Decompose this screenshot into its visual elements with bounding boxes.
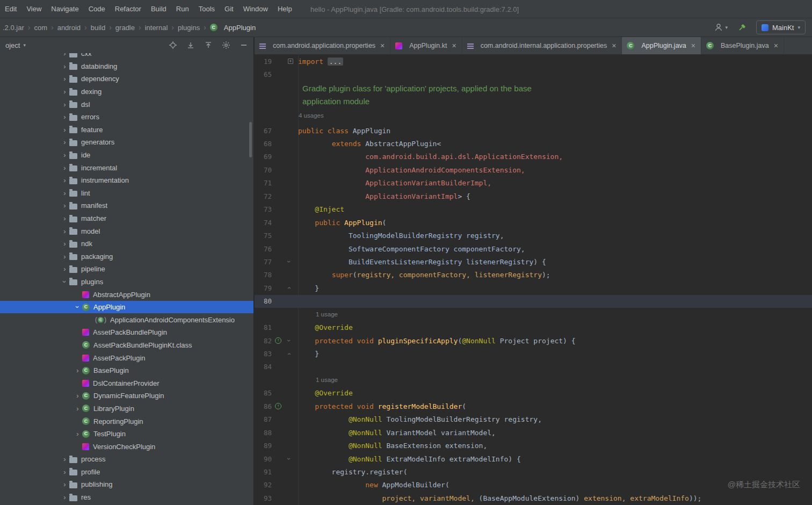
tree-item-dynamicfeatureplugin[interactable]: ›CDynamicFeaturePlugin	[0, 389, 253, 402]
line-number[interactable]: 89	[264, 439, 272, 452]
tree-item-abstractappplugin[interactable]: AbstractAppPlugin	[0, 288, 253, 301]
collapse-all-icon[interactable]	[204, 41, 213, 49]
settings-gear-icon[interactable]	[222, 41, 230, 49]
overriding-method-icon[interactable]: ↑	[275, 403, 281, 409]
line-number[interactable]: 77	[264, 255, 272, 268]
code-line-65[interactable]: 65	[255, 68, 812, 81]
code-line-89[interactable]: 89 @NonNull BaseExtension extension,	[255, 439, 812, 452]
breadcrumb-item-plugins[interactable]: plugins	[176, 23, 201, 33]
chevron-collapsed-icon[interactable]: ›	[60, 53, 69, 57]
code-line-69[interactable]: 69 com.android.build.api.dsl.Application…	[255, 150, 812, 163]
chevron-collapsed-icon[interactable]: ›	[73, 366, 82, 374]
line-number[interactable]: 67	[264, 124, 272, 137]
gutter[interactable]: 78	[255, 269, 298, 282]
line-number[interactable]: 71	[264, 177, 272, 190]
tree-item-applicationandroidcomponentsextensio[interactable]: (C)ApplicationAndroidComponentsExtensio	[0, 313, 253, 326]
editor-tab-appplugin-java[interactable]: CAppPlugin.java×	[622, 37, 701, 54]
chevron-collapsed-icon[interactable]: ›	[60, 113, 69, 121]
editor-tab-appplugin-kt[interactable]: AppPlugin.kt×	[390, 37, 462, 54]
chevron-collapsed-icon[interactable]: ›	[60, 75, 69, 83]
line-number[interactable]: 92	[264, 479, 272, 492]
chevron-collapsed-icon[interactable]: ›	[60, 100, 69, 109]
editor-tab-baseplugin-java[interactable]: CBasePlugin.java×	[701, 37, 784, 54]
gutter[interactable]	[255, 308, 298, 321]
breadcrumb-item-2-0-jar[interactable]: .2.0.jar	[1, 23, 26, 33]
line-number[interactable]: 65	[264, 68, 272, 81]
tree-item-reportingplugin[interactable]: CReportingPlugin	[0, 415, 253, 428]
gutter[interactable]: 86↑	[255, 400, 298, 413]
menu-item-view[interactable]: View	[21, 3, 46, 15]
code-line-88[interactable]: 88 @NonNull VariantModel variantModel,	[255, 426, 812, 439]
code-line[interactable]: 4 usages	[255, 107, 812, 124]
tree-item-errors[interactable]: ›errors	[0, 111, 253, 124]
editor-tab-com-android-application-properties[interactable]: com.android.application.properties×	[255, 37, 390, 54]
gutter[interactable]: 84	[255, 360, 298, 373]
chevron-collapsed-icon[interactable]: ›	[60, 480, 69, 488]
gutter[interactable]: 82↑›	[255, 334, 298, 347]
code-line-81[interactable]: 81 @Override	[255, 321, 812, 334]
code-line-75[interactable]: 75 ToolingModelBuilderRegistry registry,	[255, 229, 812, 242]
breadcrumb-item-gradle[interactable]: gradle	[114, 23, 136, 33]
chevron-down-icon[interactable]: ▾	[23, 42, 26, 48]
menu-item-build[interactable]: Build	[146, 3, 171, 15]
line-number[interactable]: 93	[264, 492, 272, 504]
tree-item-matcher[interactable]: ›matcher	[0, 212, 253, 225]
line-number[interactable]: 83	[264, 347, 272, 360]
expand-all-icon[interactable]	[186, 41, 195, 49]
menu-item-help[interactable]: Help	[273, 3, 297, 15]
line-number[interactable]: 68	[264, 137, 272, 150]
tab-close-icon[interactable]: ×	[691, 42, 695, 49]
gutter[interactable]: 85	[255, 387, 298, 400]
line-number[interactable]: 75	[264, 229, 272, 242]
code-line-73[interactable]: 73 @Inject	[255, 203, 812, 216]
code-editor[interactable]: 19+import ...65Gradle plugin class for '…	[255, 55, 812, 505]
line-number[interactable]: 76	[264, 242, 272, 255]
gutter[interactable]: 87	[255, 413, 298, 426]
tree-item-dslcontainerprovider[interactable]: DslContainerProvider	[0, 377, 253, 389]
code-line[interactable]: 1 usage	[255, 373, 812, 386]
tree-item-cxx[interactable]: ›cxx	[0, 53, 253, 60]
tree-item-ndk[interactable]: ›ndk	[0, 237, 253, 250]
code-line-79[interactable]: 79› }	[255, 282, 812, 294]
tree-item-plugins[interactable]: ›plugins	[0, 276, 253, 288]
line-number[interactable]: 82	[264, 334, 272, 347]
code-line-74[interactable]: 74 public AppPlugin(	[255, 216, 812, 229]
code-line-85[interactable]: 85 @Override	[255, 387, 812, 400]
chevron-collapsed-icon[interactable]: ›	[60, 493, 69, 501]
gutter[interactable]: 79›	[255, 282, 298, 294]
tree-item-generators[interactable]: ›generators	[0, 136, 253, 149]
code-line-68[interactable]: 68 extends AbstractAppPlugin<	[255, 137, 812, 150]
editor-tab-com-android-internal-application-properties[interactable]: com.android.internal.application.propert…	[462, 37, 622, 54]
tree-item-pipeline[interactable]: ›pipeline	[0, 263, 253, 276]
code-line-76[interactable]: 76 SoftwareComponentFactory componentFac…	[255, 242, 812, 255]
code-line[interactable]: 1 usage	[255, 308, 812, 321]
menu-item-navigate[interactable]: Navigate	[46, 3, 83, 15]
gutter[interactable]: 76	[255, 242, 298, 255]
gutter[interactable]: 65	[255, 68, 298, 81]
menu-item-run[interactable]: Run	[171, 3, 194, 15]
build-hammer-icon[interactable]	[737, 23, 746, 32]
tree-item-ide[interactable]: ›ide	[0, 149, 253, 162]
code-line-86[interactable]: 86↑ protected void registerModelBuilder(	[255, 400, 812, 413]
project-pane-title[interactable]: oject	[5, 41, 20, 49]
chevron-collapsed-icon[interactable]: ›	[73, 392, 82, 400]
code-line-87[interactable]: 87 @NonNull ToolingModelBuilderRegistry …	[255, 413, 812, 426]
tab-close-icon[interactable]: ×	[380, 42, 385, 49]
code-line-72[interactable]: 72 ApplicationVariantImpl> {	[255, 190, 812, 203]
line-number[interactable]: 74	[264, 216, 272, 229]
gutter[interactable]: 70	[255, 163, 298, 176]
chevron-collapsed-icon[interactable]: ›	[60, 164, 69, 172]
tree-item-publishing[interactable]: ›publishing	[0, 478, 253, 491]
tree-item-dependency[interactable]: ›dependency	[0, 73, 253, 85]
tree-item-feature[interactable]: ›feature	[0, 124, 253, 136]
code-line-77[interactable]: 77› BuildEventsListenerRegistry listener…	[255, 255, 812, 268]
fold-marker-icon[interactable]: ›	[286, 458, 292, 460]
chevron-collapsed-icon[interactable]: ›	[73, 405, 82, 413]
gutter[interactable]: 69	[255, 150, 298, 163]
chevron-collapsed-icon[interactable]: ›	[60, 62, 69, 70]
tree-item-baseplugin[interactable]: ›CBasePlugin	[0, 364, 253, 377]
overriding-method-icon[interactable]: ↑	[275, 337, 281, 344]
line-number[interactable]: 69	[264, 150, 272, 163]
gutter[interactable]: 92	[255, 479, 298, 492]
menu-item-tools[interactable]: Tools	[194, 3, 220, 15]
